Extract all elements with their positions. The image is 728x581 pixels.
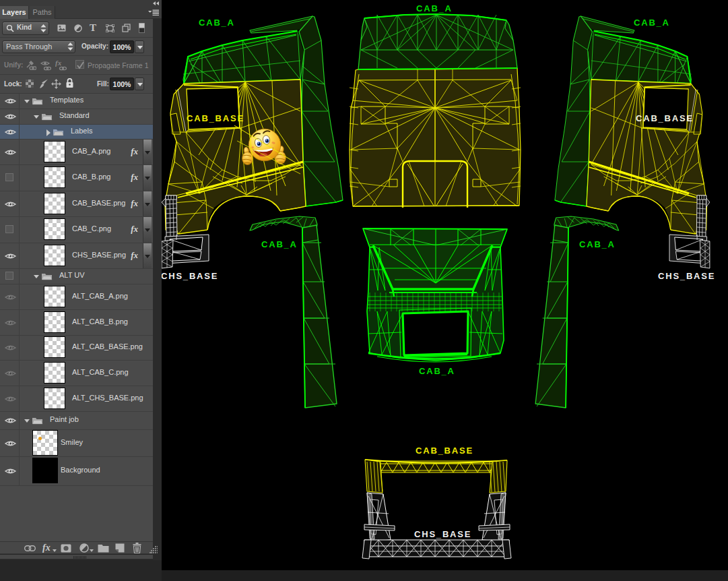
svg-text:CAB_A: CAB_A xyxy=(261,239,298,249)
svg-text:CAB_BASE: CAB_BASE xyxy=(416,446,473,456)
svg-text:fx: fx xyxy=(55,59,62,67)
svg-text:CAB_BASE: CAB_BASE xyxy=(636,113,694,123)
svg-text:CHS_BASE: CHS_BASE xyxy=(162,271,218,281)
svg-text:CHS_BASE: CHS_BASE xyxy=(658,271,715,281)
svg-text:CAB_A: CAB_A xyxy=(416,3,453,13)
svg-text:CAB_A: CAB_A xyxy=(199,18,235,28)
svg-text:CAB_A: CAB_A xyxy=(419,366,455,376)
svg-text:CAB_BASE: CAB_BASE xyxy=(187,113,244,123)
svg-text:CAB_A: CAB_A xyxy=(579,239,616,249)
svg-text:CHS_BASE: CHS_BASE xyxy=(414,529,471,539)
svg-text:CAB_A: CAB_A xyxy=(634,18,670,28)
